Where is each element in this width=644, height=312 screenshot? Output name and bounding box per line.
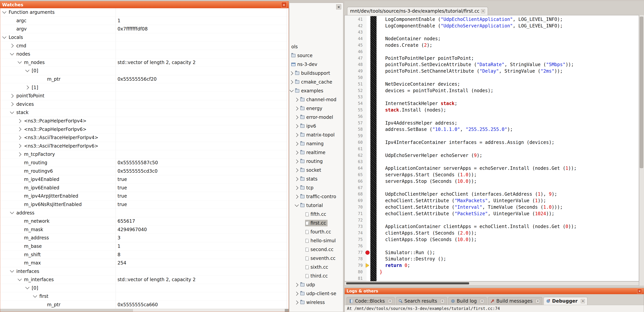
line-number[interactable]: 60 bbox=[345, 140, 365, 145]
logs-title-bar[interactable]: Logs & others × bbox=[345, 288, 644, 294]
line-number[interactable]: 62 bbox=[345, 153, 365, 158]
expander-open-icon[interactable] bbox=[295, 203, 299, 207]
close-icon[interactable]: × bbox=[481, 9, 485, 13]
line-number[interactable]: 71 bbox=[345, 211, 365, 216]
code-line[interactable]: 78 Simulator::Destroy (); bbox=[345, 256, 639, 262]
tree-item[interactable]: examples bbox=[289, 86, 343, 95]
line-number[interactable]: 65 bbox=[345, 172, 365, 177]
watch-row[interactable]: m_mask4294967040 bbox=[0, 225, 288, 234]
code-line[interactable]: 66 serverApps.Stop (Seconds (10.0)); bbox=[345, 178, 639, 184]
line-number[interactable]: 64 bbox=[345, 166, 365, 170]
tree-item[interactable]: tcp bbox=[289, 183, 343, 192]
code-line[interactable]: 76 bbox=[345, 243, 639, 249]
tree-item-label-box[interactable]: matrix-topol bbox=[300, 132, 336, 138]
tree-item[interactable]: udp-client-se bbox=[289, 289, 343, 298]
code-line[interactable]: 52 devices = pointToPoint.Install (nodes… bbox=[345, 87, 639, 94]
code-line[interactable]: 48 pointToPoint.SetDeviceAttribute ("Dat… bbox=[345, 61, 639, 68]
code-line[interactable]: 75 clientApps.Stop (Seconds (10.0)); bbox=[345, 236, 639, 243]
tree-item-label-box[interactable]: traffic-contro bbox=[300, 193, 338, 200]
line-number[interactable]: 53 bbox=[345, 95, 365, 99]
watch-row[interactable]: [0] bbox=[0, 67, 288, 75]
code-line[interactable]: 59 bbox=[345, 133, 639, 139]
marker-margin[interactable] bbox=[365, 251, 370, 255]
line-number[interactable]: 66 bbox=[345, 179, 365, 184]
tree-item-label-box[interactable]: channel-mod bbox=[300, 96, 338, 103]
expander-closed-icon[interactable] bbox=[294, 124, 298, 128]
expander-closed-icon[interactable] bbox=[17, 119, 21, 123]
watch-row[interactable]: m_shift8 bbox=[0, 251, 288, 259]
watch-row[interactable]: <ns3::PcapHelperForIpv4> bbox=[0, 117, 288, 125]
watch-row[interactable]: stack bbox=[0, 109, 288, 117]
code-line[interactable]: 81 bbox=[345, 275, 639, 281]
tree-item-label-box[interactable]: socket bbox=[300, 167, 323, 173]
line-number[interactable]: 76 bbox=[345, 244, 365, 248]
logs-tab-build-messages[interactable]: Build messages× bbox=[488, 297, 542, 305]
tree-item[interactable]: udp bbox=[289, 280, 343, 289]
line-number[interactable]: 70 bbox=[345, 205, 365, 209]
watch-row[interactable]: m_network655617 bbox=[0, 217, 288, 226]
watch-row[interactable]: [0] bbox=[0, 284, 288, 293]
line-number[interactable]: 74 bbox=[345, 231, 365, 235]
expander-closed-icon[interactable] bbox=[17, 152, 21, 156]
line-number[interactable]: 73 bbox=[345, 224, 365, 229]
line-number[interactable]: 68 bbox=[345, 192, 365, 196]
line-number[interactable]: 50 bbox=[345, 75, 365, 80]
expander-closed-icon[interactable] bbox=[294, 177, 298, 181]
code-editor[interactable]: 41 LogComponentEnable ("UdpEchoClientApp… bbox=[344, 15, 639, 281]
code-line[interactable]: 53 bbox=[345, 94, 639, 100]
expander-closed-icon[interactable] bbox=[294, 151, 298, 155]
code-line[interactable]: 46 bbox=[345, 48, 639, 55]
tree-item[interactable]: ns-3-dev bbox=[289, 60, 343, 69]
expander-closed-icon[interactable] bbox=[294, 142, 298, 146]
code-line[interactable]: 69 echoClient.SetAttribute ("MaxPackets"… bbox=[345, 197, 639, 204]
close-icon[interactable]: × bbox=[440, 299, 444, 303]
expander-open-icon[interactable] bbox=[10, 210, 14, 214]
watch-row[interactable]: <ns3::AsciiTraceHelperForIpv6> bbox=[0, 142, 288, 151]
watch-row[interactable]: m_address3 bbox=[0, 234, 288, 242]
tree-item[interactable]: realtime bbox=[289, 148, 343, 157]
tree-item[interactable]: channel-mod bbox=[289, 95, 343, 104]
line-number[interactable]: 72 bbox=[345, 218, 365, 222]
tree-item-label-box[interactable]: fourth.cc bbox=[305, 229, 332, 235]
watch-row[interactable]: [1] bbox=[0, 83, 288, 92]
watch-row[interactable]: m_routing0x555555587c50 bbox=[0, 159, 288, 167]
code-line[interactable]: 49 pointToPoint.SetChannelAttribute ("De… bbox=[345, 68, 639, 74]
expander-closed-icon[interactable] bbox=[25, 85, 29, 90]
watch-row[interactable]: m_tcpFactory bbox=[0, 150, 288, 159]
tree-item-label-box[interactable]: realtime bbox=[300, 149, 327, 156]
tree-item[interactable]: energy bbox=[289, 104, 343, 113]
tree-item[interactable]: tutorial bbox=[289, 201, 343, 210]
line-number[interactable]: 41 bbox=[345, 17, 365, 22]
watch-row[interactable]: m_nodesstd::vector of length 2, capacity… bbox=[0, 58, 288, 67]
code-line[interactable]: 74 clientApps.Start (Seconds (2.0)); bbox=[345, 230, 639, 236]
expander-closed-icon[interactable] bbox=[294, 194, 298, 198]
expander-closed-icon[interactable] bbox=[17, 136, 21, 140]
expander-open-icon[interactable] bbox=[33, 294, 37, 298]
tree-item[interactable]: routing bbox=[289, 157, 343, 166]
editor-horizontal-scrollbar[interactable] bbox=[344, 281, 639, 286]
expander-closed-icon[interactable] bbox=[17, 144, 21, 148]
line-number[interactable]: 63 bbox=[345, 159, 365, 164]
line-number[interactable]: 52 bbox=[345, 88, 365, 93]
code-line[interactable]: 44 NodeContainer nodes; bbox=[345, 35, 639, 42]
tree-item[interactable]: error-model bbox=[289, 113, 343, 122]
expander-closed-icon[interactable] bbox=[17, 127, 21, 131]
expander-closed-icon[interactable] bbox=[294, 115, 298, 119]
code-line[interactable]: 67 bbox=[345, 184, 639, 191]
code-line[interactable]: 56 bbox=[345, 113, 639, 120]
code-line[interactable]: 64 ApplicationContainer serverApps = ech… bbox=[345, 165, 639, 171]
code-line[interactable]: 63 bbox=[345, 159, 639, 165]
tree-item-label-box[interactable]: third.cc bbox=[305, 273, 329, 279]
expander-open-icon[interactable] bbox=[290, 88, 294, 92]
breakpoint-icon[interactable] bbox=[366, 251, 370, 255]
tree-item[interactable]: fourth.cc bbox=[289, 227, 343, 236]
tree-item[interactable]: second.cc bbox=[289, 245, 343, 254]
tree-item[interactable]: source bbox=[289, 51, 343, 60]
watch-row[interactable]: address bbox=[0, 209, 288, 217]
scrollbar-thumb[interactable] bbox=[0, 309, 133, 312]
line-number[interactable]: 43 bbox=[345, 30, 365, 34]
expander-open-icon[interactable] bbox=[10, 110, 14, 114]
logs-tab-search-results[interactable]: Search results× bbox=[396, 297, 447, 305]
watch-row[interactable]: m_ipv4Enabledtrue bbox=[0, 175, 288, 184]
code-line[interactable]: 79 return 0; bbox=[345, 262, 639, 269]
